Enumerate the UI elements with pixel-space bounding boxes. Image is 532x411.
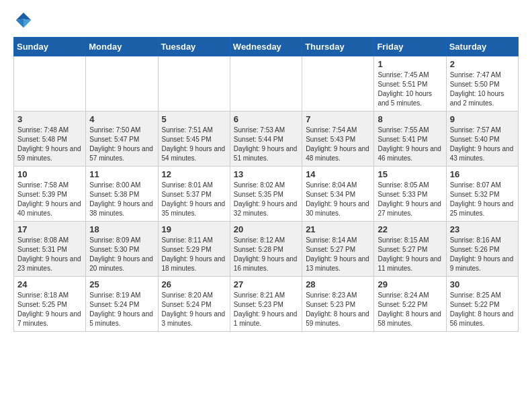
day-cell-30: 30Sunrise: 8:25 AM Sunset: 5:22 PM Dayli…	[446, 277, 518, 332]
weekday-header-sunday: Sunday	[14, 38, 86, 56]
day-number: 11	[89, 169, 154, 179]
day-info: Sunrise: 8:01 AM Sunset: 5:37 PM Dayligh…	[162, 181, 226, 218]
day-info: Sunrise: 8:11 AM Sunset: 5:29 PM Dayligh…	[162, 236, 226, 273]
day-cell-15: 15Sunrise: 8:05 AM Sunset: 5:33 PM Dayli…	[374, 167, 446, 222]
day-number: 25	[89, 279, 154, 289]
day-cell-8: 8Sunrise: 7:55 AM Sunset: 5:41 PM Daylig…	[374, 111, 446, 167]
day-number: 22	[378, 224, 442, 234]
day-number: 1	[378, 59, 442, 69]
empty-cell	[14, 56, 86, 111]
day-cell-13: 13Sunrise: 8:02 AM Sunset: 5:35 PM Dayli…	[230, 167, 302, 222]
day-number: 20	[234, 224, 298, 234]
weekday-header-monday: Monday	[86, 38, 158, 56]
day-info: Sunrise: 8:25 AM Sunset: 5:22 PM Dayligh…	[450, 291, 515, 328]
day-cell-5: 5Sunrise: 7:51 AM Sunset: 5:45 PM Daylig…	[158, 111, 230, 167]
week-row-4: 17Sunrise: 8:08 AM Sunset: 5:31 PM Dayli…	[14, 222, 519, 277]
day-number: 5	[162, 114, 226, 124]
day-number: 29	[378, 279, 442, 289]
day-cell-4: 4Sunrise: 7:50 AM Sunset: 5:47 PM Daylig…	[86, 111, 158, 167]
day-info: Sunrise: 7:53 AM Sunset: 5:44 PM Dayligh…	[234, 126, 298, 163]
week-row-1: 1Sunrise: 7:45 AM Sunset: 5:51 PM Daylig…	[14, 56, 519, 111]
weekday-header-friday: Friday	[374, 38, 446, 56]
day-cell-24: 24Sunrise: 8:18 AM Sunset: 5:25 PM Dayli…	[14, 277, 86, 332]
day-cell-11: 11Sunrise: 8:00 AM Sunset: 5:38 PM Dayli…	[86, 167, 158, 222]
day-number: 23	[450, 224, 515, 234]
week-row-2: 3Sunrise: 7:48 AM Sunset: 5:48 PM Daylig…	[14, 111, 519, 167]
day-number: 18	[89, 224, 154, 234]
day-cell-2: 2Sunrise: 7:47 AM Sunset: 5:50 PM Daylig…	[446, 56, 518, 111]
week-row-3: 10Sunrise: 7:58 AM Sunset: 5:39 PM Dayli…	[14, 167, 519, 222]
svg-marker-1	[24, 19, 31, 28]
day-info: Sunrise: 8:15 AM Sunset: 5:27 PM Dayligh…	[378, 236, 442, 273]
day-number: 6	[234, 114, 298, 124]
day-cell-20: 20Sunrise: 8:12 AM Sunset: 5:28 PM Dayli…	[230, 222, 302, 277]
empty-cell	[158, 56, 230, 111]
day-cell-7: 7Sunrise: 7:54 AM Sunset: 5:43 PM Daylig…	[302, 111, 374, 167]
day-number: 12	[162, 169, 226, 179]
weekday-header-row: SundayMondayTuesdayWednesdayThursdayFrid…	[14, 38, 519, 56]
day-number: 14	[306, 169, 370, 179]
week-row-5: 24Sunrise: 8:18 AM Sunset: 5:25 PM Dayli…	[14, 277, 519, 332]
day-cell-6: 6Sunrise: 7:53 AM Sunset: 5:44 PM Daylig…	[230, 111, 302, 167]
day-cell-25: 25Sunrise: 8:19 AM Sunset: 5:24 PM Dayli…	[86, 277, 158, 332]
day-info: Sunrise: 8:20 AM Sunset: 5:24 PM Dayligh…	[162, 291, 226, 328]
day-info: Sunrise: 7:54 AM Sunset: 5:43 PM Dayligh…	[306, 126, 370, 163]
day-info: Sunrise: 7:47 AM Sunset: 5:50 PM Dayligh…	[450, 71, 515, 108]
day-number: 2	[450, 59, 515, 69]
day-cell-10: 10Sunrise: 7:58 AM Sunset: 5:39 PM Dayli…	[14, 167, 86, 222]
day-number: 10	[17, 169, 82, 179]
day-info: Sunrise: 7:57 AM Sunset: 5:40 PM Dayligh…	[450, 126, 515, 163]
day-number: 4	[89, 114, 154, 124]
day-number: 24	[17, 279, 82, 289]
day-info: Sunrise: 8:07 AM Sunset: 5:32 PM Dayligh…	[450, 181, 515, 218]
svg-marker-0	[16, 13, 32, 20]
day-cell-28: 28Sunrise: 8:23 AM Sunset: 5:23 PM Dayli…	[302, 277, 374, 332]
weekday-header-tuesday: Tuesday	[158, 38, 230, 56]
day-cell-19: 19Sunrise: 8:11 AM Sunset: 5:29 PM Dayli…	[158, 222, 230, 277]
day-cell-18: 18Sunrise: 8:09 AM Sunset: 5:30 PM Dayli…	[86, 222, 158, 277]
weekday-header-saturday: Saturday	[446, 38, 518, 56]
day-number: 8	[378, 114, 442, 124]
empty-cell	[86, 56, 158, 111]
day-info: Sunrise: 8:05 AM Sunset: 5:33 PM Dayligh…	[378, 181, 442, 218]
day-number: 13	[234, 169, 298, 179]
day-number: 28	[306, 279, 370, 289]
day-number: 15	[378, 169, 442, 179]
day-info: Sunrise: 8:21 AM Sunset: 5:23 PM Dayligh…	[234, 291, 298, 328]
day-info: Sunrise: 7:48 AM Sunset: 5:48 PM Dayligh…	[17, 126, 82, 163]
day-info: Sunrise: 8:00 AM Sunset: 5:38 PM Dayligh…	[89, 181, 154, 218]
svg-marker-2	[16, 19, 24, 28]
day-number: 21	[306, 224, 370, 234]
day-number: 16	[450, 169, 515, 179]
day-info: Sunrise: 7:58 AM Sunset: 5:39 PM Dayligh…	[17, 181, 82, 218]
day-cell-17: 17Sunrise: 8:08 AM Sunset: 5:31 PM Dayli…	[14, 222, 86, 277]
day-info: Sunrise: 8:24 AM Sunset: 5:22 PM Dayligh…	[378, 291, 442, 328]
day-info: Sunrise: 7:51 AM Sunset: 5:45 PM Dayligh…	[162, 126, 226, 163]
empty-cell	[230, 56, 302, 111]
day-number: 26	[162, 279, 226, 289]
day-cell-16: 16Sunrise: 8:07 AM Sunset: 5:32 PM Dayli…	[446, 167, 518, 222]
day-number: 19	[162, 224, 226, 234]
day-info: Sunrise: 8:18 AM Sunset: 5:25 PM Dayligh…	[17, 291, 82, 328]
day-cell-3: 3Sunrise: 7:48 AM Sunset: 5:48 PM Daylig…	[14, 111, 86, 167]
day-info: Sunrise: 7:55 AM Sunset: 5:41 PM Dayligh…	[378, 126, 442, 163]
day-number: 9	[450, 114, 515, 124]
day-cell-22: 22Sunrise: 8:15 AM Sunset: 5:27 PM Dayli…	[374, 222, 446, 277]
logo	[13, 10, 37, 30]
day-info: Sunrise: 8:19 AM Sunset: 5:24 PM Dayligh…	[89, 291, 154, 328]
day-info: Sunrise: 8:16 AM Sunset: 5:26 PM Dayligh…	[450, 236, 515, 273]
day-number: 7	[306, 114, 370, 124]
day-info: Sunrise: 7:50 AM Sunset: 5:47 PM Dayligh…	[89, 126, 154, 163]
empty-cell	[302, 56, 374, 111]
day-cell-12: 12Sunrise: 8:01 AM Sunset: 5:37 PM Dayli…	[158, 167, 230, 222]
day-info: Sunrise: 8:04 AM Sunset: 5:34 PM Dayligh…	[306, 181, 370, 218]
day-number: 27	[234, 279, 298, 289]
day-number: 17	[17, 224, 82, 234]
day-cell-1: 1Sunrise: 7:45 AM Sunset: 5:51 PM Daylig…	[374, 56, 446, 111]
day-cell-27: 27Sunrise: 8:21 AM Sunset: 5:23 PM Dayli…	[230, 277, 302, 332]
day-cell-21: 21Sunrise: 8:14 AM Sunset: 5:27 PM Dayli…	[302, 222, 374, 277]
day-cell-9: 9Sunrise: 7:57 AM Sunset: 5:40 PM Daylig…	[446, 111, 518, 167]
calendar-table: SundayMondayTuesdayWednesdayThursdayFrid…	[13, 37, 519, 332]
logo-icon	[13, 10, 34, 30]
weekday-header-wednesday: Wednesday	[230, 38, 302, 56]
